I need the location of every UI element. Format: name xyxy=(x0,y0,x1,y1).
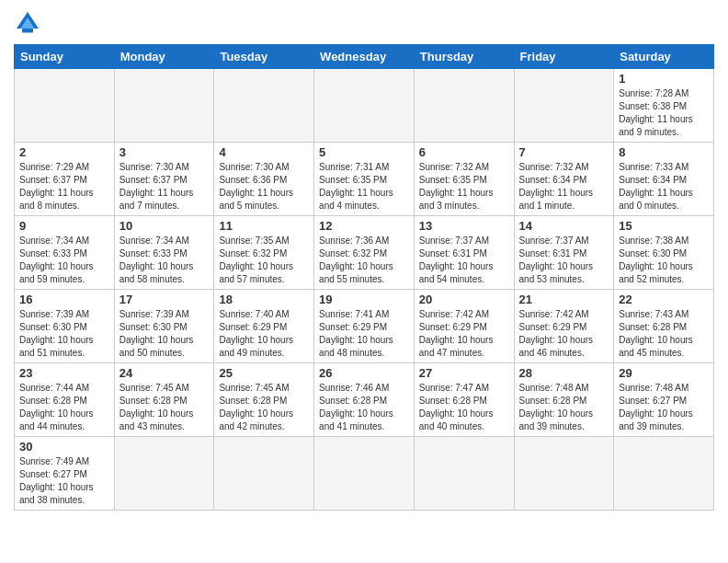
logo xyxy=(14,9,45,37)
day-info: Sunrise: 7:40 AM Sunset: 6:29 PM Dayligh… xyxy=(219,308,309,360)
day-info: Sunrise: 7:44 AM Sunset: 6:28 PM Dayligh… xyxy=(19,382,109,433)
day-info: Sunrise: 7:39 AM Sunset: 6:30 PM Dayligh… xyxy=(119,308,210,360)
day-info: Sunrise: 7:48 AM Sunset: 6:27 PM Dayligh… xyxy=(619,382,709,433)
day-number: 19 xyxy=(319,293,409,306)
day-number: 10 xyxy=(119,219,210,233)
day-info: Sunrise: 7:35 AM Sunset: 6:32 PM Dayligh… xyxy=(219,235,309,286)
calendar-cell: 23Sunrise: 7:44 AM Sunset: 6:28 PM Dayli… xyxy=(15,363,115,437)
calendar-cell: 18Sunrise: 7:40 AM Sunset: 6:29 PM Dayli… xyxy=(214,290,314,363)
calendar-cell: 22Sunrise: 7:43 AM Sunset: 6:28 PM Dayli… xyxy=(614,290,714,363)
day-number: 23 xyxy=(19,366,109,380)
day-info: Sunrise: 7:39 AM Sunset: 6:30 PM Dayligh… xyxy=(19,308,109,360)
calendar-cell: 25Sunrise: 7:45 AM Sunset: 6:28 PM Dayli… xyxy=(214,363,314,437)
day-number: 29 xyxy=(619,366,709,380)
day-info: Sunrise: 7:45 AM Sunset: 6:28 PM Dayligh… xyxy=(119,382,210,433)
calendar-cell: 27Sunrise: 7:47 AM Sunset: 6:28 PM Dayli… xyxy=(414,363,514,437)
calendar-cell: 2Sunrise: 7:29 AM Sunset: 6:37 PM Daylig… xyxy=(15,143,115,216)
day-number: 27 xyxy=(419,366,509,380)
calendar-week-2: 9Sunrise: 7:34 AM Sunset: 6:33 PM Daylig… xyxy=(15,216,714,290)
day-number: 11 xyxy=(219,219,309,233)
day-number: 5 xyxy=(319,145,409,159)
day-number: 14 xyxy=(519,219,609,233)
day-info: Sunrise: 7:32 AM Sunset: 6:35 PM Dayligh… xyxy=(419,161,509,213)
svg-rect-2 xyxy=(22,29,33,33)
logo-icon xyxy=(14,9,41,37)
weekday-header-tuesday: Tuesday xyxy=(214,45,314,69)
calendar-cell: 21Sunrise: 7:42 AM Sunset: 6:29 PM Dayli… xyxy=(514,290,614,363)
calendar-cell: 13Sunrise: 7:37 AM Sunset: 6:31 PM Dayli… xyxy=(414,216,514,290)
day-number: 22 xyxy=(619,293,709,306)
day-number: 7 xyxy=(519,145,609,159)
calendar-cell: 3Sunrise: 7:30 AM Sunset: 6:37 PM Daylig… xyxy=(114,143,214,216)
weekday-header-saturday: Saturday xyxy=(614,45,714,69)
calendar-cell: 19Sunrise: 7:41 AM Sunset: 6:29 PM Dayli… xyxy=(314,290,415,363)
weekday-header-thursday: Thursday xyxy=(414,45,514,69)
day-number: 4 xyxy=(219,145,309,159)
day-info: Sunrise: 7:42 AM Sunset: 6:29 PM Dayligh… xyxy=(419,308,509,360)
day-info: Sunrise: 7:34 AM Sunset: 6:33 PM Dayligh… xyxy=(119,235,210,286)
day-info: Sunrise: 7:32 AM Sunset: 6:34 PM Dayligh… xyxy=(519,161,609,213)
day-number: 2 xyxy=(19,145,109,159)
day-number: 9 xyxy=(19,219,109,233)
day-info: Sunrise: 7:31 AM Sunset: 6:35 PM Dayligh… xyxy=(319,161,409,213)
calendar-cell: 9Sunrise: 7:34 AM Sunset: 6:33 PM Daylig… xyxy=(15,216,115,290)
day-info: Sunrise: 7:48 AM Sunset: 6:28 PM Dayligh… xyxy=(519,382,609,433)
calendar-cell: 20Sunrise: 7:42 AM Sunset: 6:29 PM Dayli… xyxy=(414,290,514,363)
day-number: 12 xyxy=(319,219,409,233)
day-info: Sunrise: 7:37 AM Sunset: 6:31 PM Dayligh… xyxy=(419,235,509,286)
day-number: 28 xyxy=(519,366,609,380)
day-number: 6 xyxy=(419,145,509,159)
calendar-cell xyxy=(514,69,614,143)
calendar-cell: 15Sunrise: 7:38 AM Sunset: 6:30 PM Dayli… xyxy=(614,216,714,290)
weekday-header-row: SundayMondayTuesdayWednesdayThursdayFrid… xyxy=(15,45,714,69)
calendar-cell xyxy=(314,69,415,143)
day-number: 21 xyxy=(519,293,609,306)
day-number: 18 xyxy=(219,293,309,306)
calendar-cell: 28Sunrise: 7:48 AM Sunset: 6:28 PM Dayli… xyxy=(514,363,614,437)
calendar-week-1: 2Sunrise: 7:29 AM Sunset: 6:37 PM Daylig… xyxy=(15,143,714,216)
day-number: 30 xyxy=(19,440,109,454)
calendar-cell: 6Sunrise: 7:32 AM Sunset: 6:35 PM Daylig… xyxy=(414,143,514,216)
day-number: 20 xyxy=(419,293,509,306)
day-info: Sunrise: 7:36 AM Sunset: 6:32 PM Dayligh… xyxy=(319,235,409,286)
calendar-cell: 30Sunrise: 7:49 AM Sunset: 6:27 PM Dayli… xyxy=(15,437,115,511)
calendar-cell xyxy=(314,437,415,511)
calendar-cell: 11Sunrise: 7:35 AM Sunset: 6:32 PM Dayli… xyxy=(214,216,314,290)
day-info: Sunrise: 7:49 AM Sunset: 6:27 PM Dayligh… xyxy=(19,455,109,507)
weekday-header-wednesday: Wednesday xyxy=(314,45,415,69)
day-number: 26 xyxy=(319,366,409,380)
calendar-cell xyxy=(214,69,314,143)
day-info: Sunrise: 7:41 AM Sunset: 6:29 PM Dayligh… xyxy=(319,308,409,360)
day-number: 15 xyxy=(619,219,709,233)
day-info: Sunrise: 7:28 AM Sunset: 6:38 PM Dayligh… xyxy=(619,87,709,139)
day-info: Sunrise: 7:38 AM Sunset: 6:30 PM Dayligh… xyxy=(619,235,709,286)
day-info: Sunrise: 7:45 AM Sunset: 6:28 PM Dayligh… xyxy=(219,382,309,433)
day-info: Sunrise: 7:30 AM Sunset: 6:37 PM Dayligh… xyxy=(119,161,210,213)
calendar-cell xyxy=(414,69,514,143)
calendar-cell: 12Sunrise: 7:36 AM Sunset: 6:32 PM Dayli… xyxy=(314,216,415,290)
calendar-table: SundayMondayTuesdayWednesdayThursdayFrid… xyxy=(14,44,714,511)
calendar-week-5: 30Sunrise: 7:49 AM Sunset: 6:27 PM Dayli… xyxy=(15,437,714,511)
day-number: 16 xyxy=(19,293,109,306)
header xyxy=(14,9,714,37)
day-info: Sunrise: 7:29 AM Sunset: 6:37 PM Dayligh… xyxy=(19,161,109,213)
calendar-cell: 10Sunrise: 7:34 AM Sunset: 6:33 PM Dayli… xyxy=(114,216,214,290)
calendar-cell xyxy=(114,69,214,143)
day-number: 25 xyxy=(219,366,309,380)
day-info: Sunrise: 7:46 AM Sunset: 6:28 PM Dayligh… xyxy=(319,382,409,433)
day-info: Sunrise: 7:47 AM Sunset: 6:28 PM Dayligh… xyxy=(419,382,509,433)
day-info: Sunrise: 7:42 AM Sunset: 6:29 PM Dayligh… xyxy=(519,308,609,360)
day-number: 3 xyxy=(119,145,210,159)
day-number: 8 xyxy=(619,145,709,159)
calendar-cell xyxy=(414,437,514,511)
day-number: 13 xyxy=(419,219,509,233)
calendar-cell xyxy=(114,437,214,511)
weekday-header-sunday: Sunday xyxy=(15,45,115,69)
page: SundayMondayTuesdayWednesdayThursdayFrid… xyxy=(0,0,728,563)
calendar-cell: 5Sunrise: 7:31 AM Sunset: 6:35 PM Daylig… xyxy=(314,143,415,216)
calendar-cell: 26Sunrise: 7:46 AM Sunset: 6:28 PM Dayli… xyxy=(314,363,415,437)
day-number: 1 xyxy=(619,72,709,86)
calendar-cell xyxy=(15,69,115,143)
calendar-cell: 8Sunrise: 7:33 AM Sunset: 6:34 PM Daylig… xyxy=(614,143,714,216)
calendar-cell: 24Sunrise: 7:45 AM Sunset: 6:28 PM Dayli… xyxy=(114,363,214,437)
